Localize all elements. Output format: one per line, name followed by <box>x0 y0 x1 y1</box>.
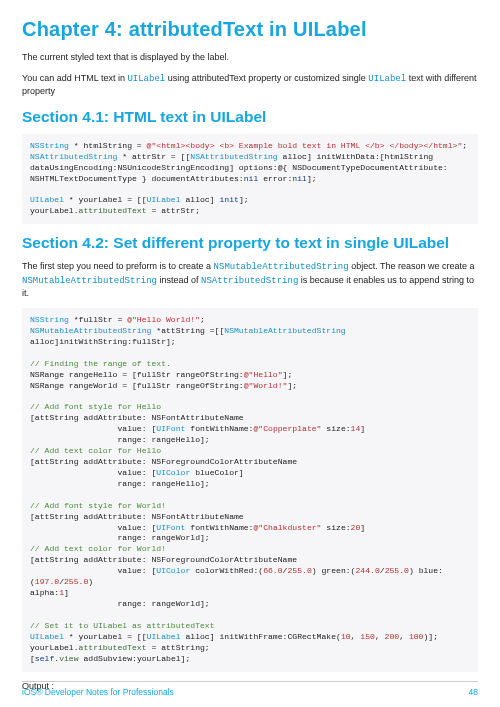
footer-left: iOS® Developer Notes for Professionals <box>22 687 174 697</box>
intro-mid: using attributedText property or customi… <box>165 73 368 83</box>
s42-mid: object. The reason we create a <box>349 261 475 271</box>
section-42-title: Section 4.2: Set different property to t… <box>22 234 478 252</box>
s42-pre: The first step you need to preform is to… <box>22 261 214 271</box>
page-footer: iOS® Developer Notes for Professionals 4… <box>22 681 478 697</box>
s42-mid2: instead of <box>157 275 201 285</box>
code-block-42: NSString *fullStr = @"Hello World!"; NSM… <box>22 308 478 672</box>
code-block-41: NSString * htmlString = @"<html><body> <… <box>22 134 478 224</box>
footer-page-number: 48 <box>469 687 478 697</box>
intro-pre: You can add HTML text in <box>22 73 127 83</box>
intro-line: The current styled text that is displaye… <box>22 51 478 64</box>
inline-code-uilabel-1: UILabel <box>127 74 165 84</box>
inline-code-nsmas-1: NSMutableAttributedString <box>214 262 349 272</box>
section-41-title: Section 4.1: HTML text in UILabel <box>22 108 478 126</box>
inline-code-nsmas-2: NSMutableAttributedString <box>22 276 157 286</box>
inline-code-nsas: NSAttributedString <box>201 276 298 286</box>
section-42-paragraph: The first step you need to preform is to… <box>22 260 478 300</box>
intro-paragraph: You can add HTML text in UILabel using a… <box>22 72 478 98</box>
inline-code-uilabel-2: UILabel <box>368 74 406 84</box>
chapter-title: Chapter 4: attributedText in UILabel <box>22 18 478 41</box>
